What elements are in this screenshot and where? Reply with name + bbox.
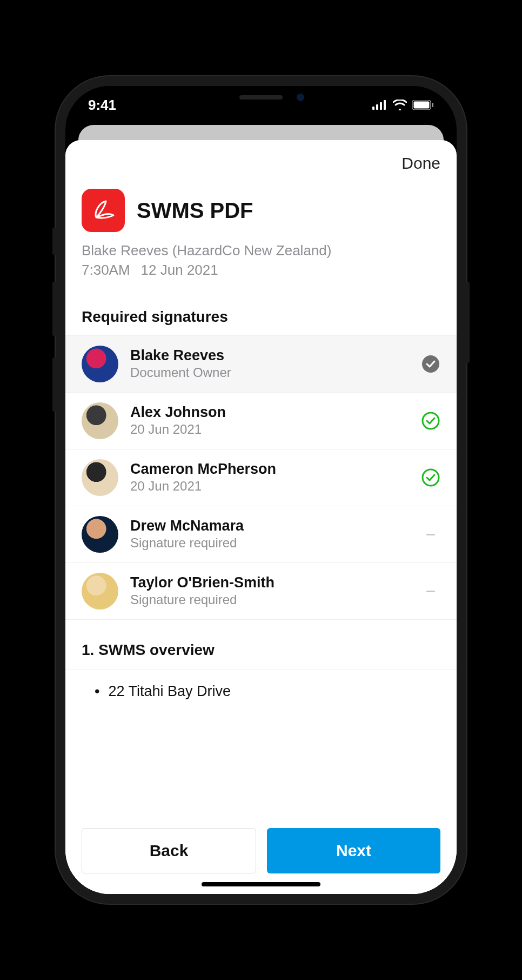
signature-subtext: Signature required <box>130 535 409 551</box>
overview-list: •22 Titahi Bay Drive <box>65 670 457 702</box>
avatar <box>82 402 118 439</box>
signature-subtext: Signature required <box>130 592 409 607</box>
signature-row[interactable]: Alex Johnson20 Jun 2021 <box>65 393 457 449</box>
overview-item-text: 22 Titahi Bay Drive <box>108 683 231 700</box>
svg-rect-2 <box>380 102 382 110</box>
signatures-section-title: Required signatures <box>65 293 457 335</box>
document-time: 7:30AM <box>82 260 130 280</box>
check-circle-icon <box>421 411 440 431</box>
wifi-icon <box>393 100 407 110</box>
signature-row[interactable]: Taylor O'Brien-SmithSignature required <box>65 563 457 620</box>
home-indicator[interactable] <box>202 882 320 886</box>
phone-frame: 9:41 <box>56 76 466 904</box>
signature-info: Drew McNamaraSignature required <box>130 518 409 551</box>
document-header: SWMS PDF Blake Reeves (HazardCo New Zeal… <box>65 178 457 293</box>
svg-rect-1 <box>376 104 378 110</box>
screen: 9:41 <box>65 86 457 894</box>
signature-subtext: Document Owner <box>130 365 409 380</box>
signature-row[interactable]: Cameron McPherson20 Jun 2021 <box>65 449 457 506</box>
document-title: SWMS PDF <box>137 198 253 223</box>
pending-dash-icon <box>421 525 440 544</box>
svg-rect-10 <box>426 534 435 535</box>
svg-point-9 <box>423 469 439 486</box>
svg-point-7 <box>422 355 439 373</box>
signature-subtext: 20 Jun 2021 <box>130 422 409 437</box>
signature-info: Alex Johnson20 Jun 2021 <box>130 404 409 437</box>
document-date: 12 Jun 2021 <box>141 260 218 280</box>
battery-icon <box>412 100 434 110</box>
avatar <box>82 573 118 610</box>
svg-rect-6 <box>432 103 433 107</box>
signature-name: Cameron McPherson <box>130 461 409 478</box>
status-time: 9:41 <box>88 97 116 114</box>
pending-dash-icon <box>421 581 440 601</box>
overview-title: 1. SWMS overview <box>65 631 457 670</box>
signature-subtext: 20 Jun 2021 <box>130 479 409 494</box>
status-indicators <box>372 100 434 110</box>
modal-sheet: Done SWMS PDF Blake Reeves (HazardCo New… <box>65 140 457 894</box>
signature-row[interactable]: Blake ReevesDocument Owner <box>65 336 457 393</box>
notch <box>185 86 337 109</box>
svg-rect-0 <box>372 107 374 110</box>
signature-info: Blake ReevesDocument Owner <box>130 347 409 380</box>
svg-rect-5 <box>414 102 430 109</box>
signatures-list: Blake ReevesDocument OwnerAlex Johnson20… <box>65 335 457 620</box>
signature-name: Blake Reeves <box>130 347 409 364</box>
back-button[interactable]: Back <box>82 828 256 873</box>
check-filled-icon <box>421 354 440 374</box>
avatar <box>82 516 118 553</box>
document-owner-line: Blake Reeves (HazardCo New Zealand) <box>82 241 440 260</box>
pdf-icon <box>82 189 125 232</box>
signature-info: Cameron McPherson20 Jun 2021 <box>130 461 409 494</box>
document-meta: Blake Reeves (HazardCo New Zealand) 7:30… <box>82 241 440 280</box>
done-button[interactable]: Done <box>401 154 440 173</box>
signature-name: Drew McNamara <box>130 518 409 534</box>
signature-row[interactable]: Drew McNamaraSignature required <box>65 506 457 563</box>
signature-name: Alex Johnson <box>130 404 409 421</box>
next-button[interactable]: Next <box>267 828 440 873</box>
svg-rect-11 <box>426 591 435 592</box>
avatar <box>82 346 118 382</box>
signature-name: Taylor O'Brien-Smith <box>130 574 409 591</box>
avatar <box>82 459 118 496</box>
svg-rect-3 <box>384 100 386 110</box>
bullet-icon: • <box>95 683 99 700</box>
svg-point-8 <box>423 413 439 429</box>
check-circle-icon <box>421 468 440 487</box>
cellular-signal-icon <box>372 100 387 110</box>
overview-section: 1. SWMS overview •22 Titahi Bay Drive <box>65 620 457 817</box>
signature-info: Taylor O'Brien-SmithSignature required <box>130 574 409 607</box>
overview-item: •22 Titahi Bay Drive <box>95 681 440 702</box>
